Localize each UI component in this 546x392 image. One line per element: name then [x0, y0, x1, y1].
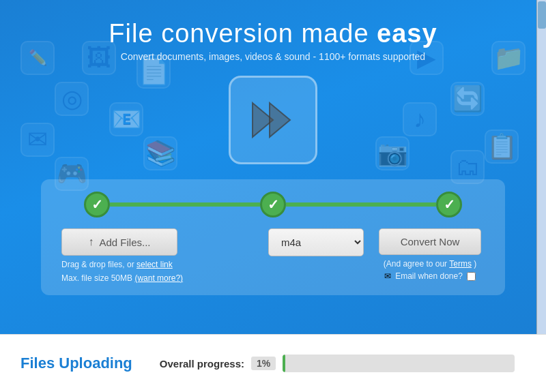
- svg-marker-1: [270, 103, 290, 137]
- format-select[interactable]: mp3 m4a wav ogg flac aac: [268, 228, 364, 256]
- max-size-label: Max. file size 50MB: [61, 273, 132, 283]
- uploading-label: Uploading: [59, 355, 132, 372]
- pencil-icon: ✏️: [20, 41, 55, 75]
- left-section: ↑ Add Files... Drag & drop files, or sel…: [61, 228, 257, 283]
- main-title: File conversion made easy: [109, 19, 437, 48]
- controls-row: ↑ Add Files... Drag & drop files, or sel…: [61, 228, 485, 283]
- email-checkbox[interactable]: [467, 272, 476, 281]
- ring-icon: ◎: [55, 82, 89, 116]
- convert-now-button[interactable]: Convert Now: [379, 228, 481, 255]
- progress-bar-inner: [283, 355, 285, 372]
- email-row: ✉ Email when done?: [384, 271, 476, 281]
- refresh-icon: 🔄: [450, 82, 485, 116]
- conversion-panel: ✓ ✓ ✓ ↑ Add Files...: [41, 179, 505, 295]
- agree-static: (And agree to our: [384, 259, 447, 269]
- music-icon: ♪: [403, 102, 437, 136]
- want-more-link[interactable]: (want more?): [134, 273, 183, 283]
- right-section: Convert Now (And agree to our Terms ) ✉ …: [375, 228, 485, 281]
- title-area: File conversion made easy Convert docume…: [109, 19, 437, 62]
- upload-icon: ↑: [88, 236, 94, 248]
- files-label: Files: [20, 355, 55, 372]
- add-files-button[interactable]: ↑ Add Files...: [61, 228, 177, 256]
- title-bold: easy: [377, 19, 437, 48]
- letter-icon: ✉: [20, 123, 55, 157]
- steps-row: ✓ ✓ ✓: [61, 192, 485, 217]
- select-link[interactable]: select link: [136, 260, 173, 269]
- copy-icon: 📋: [485, 130, 519, 164]
- email-label: Email when done?: [395, 271, 463, 281]
- add-files-label: Add Files...: [99, 237, 150, 248]
- title-normal: File conversion made: [109, 19, 377, 48]
- progress-container: Overall progress: 1%: [160, 355, 526, 372]
- step-3-check: ✓: [444, 196, 455, 213]
- photo-icon: 📷: [375, 136, 410, 170]
- step-3-circle: ✓: [436, 192, 462, 217]
- drag-text-static: Drag & drop files, or: [61, 260, 134, 269]
- step-line-2: [286, 202, 436, 207]
- step-2-check: ✓: [268, 196, 279, 213]
- drag-drop-text: Drag & drop files, or select link: [61, 260, 257, 269]
- agree-close: ): [474, 259, 476, 269]
- bottom-bar: Files Uploading Overall progress: 1%: [0, 334, 546, 392]
- mail-icon: 📧: [109, 102, 143, 136]
- progress-bar-outer: [283, 355, 515, 372]
- step-1-circle: ✓: [84, 192, 110, 217]
- play-arrows-icon: [242, 96, 304, 144]
- files-uploading-text: Files Uploading: [20, 355, 132, 372]
- subtitle: Convert documents, images, videos & soun…: [109, 51, 437, 62]
- step-line-1: [110, 202, 260, 207]
- folder-icon: 📁: [491, 41, 526, 75]
- email-icon: ✉: [384, 271, 391, 281]
- step-1-check: ✓: [91, 196, 103, 213]
- scrollbar[interactable]: [536, 0, 546, 334]
- main-section: ✏️ ◎ ✉ 🖼 📧 🎮 📄 📚 📁 🔄 📋 ▶ ♪ 🗂 📷 File conv…: [0, 0, 546, 334]
- max-size-text: Max. file size 50MB (want more?): [61, 273, 257, 283]
- scrollbar-thumb[interactable]: [538, 1, 546, 29]
- center-logo: [229, 76, 317, 164]
- terms-link[interactable]: Terms: [449, 259, 472, 269]
- step-2-circle: ✓: [260, 192, 286, 217]
- overall-progress-label: Overall progress:: [160, 358, 244, 370]
- book-icon: 📚: [143, 136, 177, 170]
- progress-pct: 1%: [251, 357, 276, 370]
- middle-section: mp3 m4a wav ogg flac aac: [265, 228, 367, 256]
- agree-text: (And agree to our Terms ): [384, 259, 477, 269]
